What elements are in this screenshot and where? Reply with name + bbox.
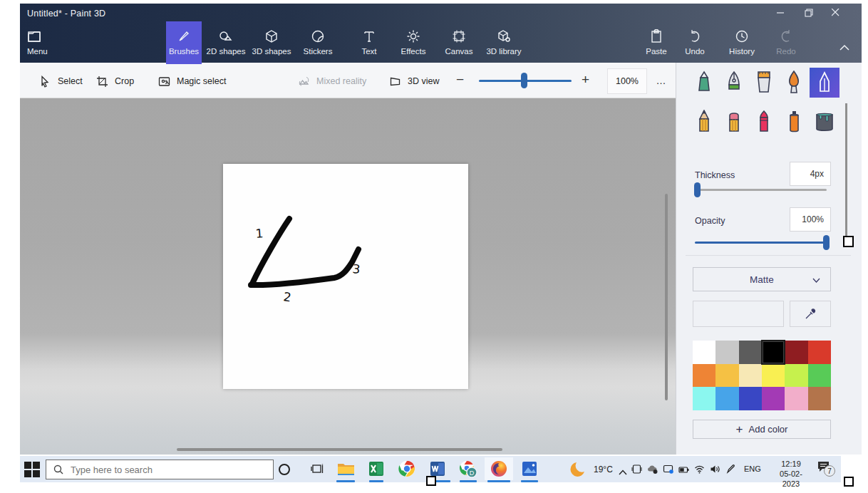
tray-device-button[interactable] — [631, 464, 642, 477]
taskbar-app-file-explorer[interactable] — [331, 457, 360, 480]
color-swatch[interactable] — [693, 364, 715, 388]
thickness-slider-track[interactable] — [695, 189, 827, 191]
tool-eraser[interactable] — [719, 107, 749, 137]
material-dropdown[interactable]: Matte — [693, 267, 831, 291]
weather-button[interactable] — [570, 461, 586, 477]
tab-3d-shapes[interactable]: 3D shapes — [251, 21, 292, 63]
opacity-value[interactable]: 100% — [790, 207, 831, 232]
color-swatch[interactable] — [715, 387, 738, 410]
tool-pixel-pen[interactable] — [810, 68, 839, 98]
zoom-out-button[interactable]: − — [456, 70, 464, 90]
tab-canvas[interactable]: Canvas — [442, 21, 476, 63]
color-swatch[interactable] — [808, 341, 831, 364]
history-button[interactable]: History — [723, 21, 761, 63]
tool-spray-can[interactable] — [779, 107, 809, 137]
canvas-icon — [452, 29, 466, 43]
notification-badge: 7 — [824, 465, 835, 477]
collapse-ribbon-button[interactable] — [834, 39, 855, 55]
color-swatch[interactable] — [693, 387, 715, 410]
close-button[interactable] — [825, 4, 846, 21]
opacity-slider-thumb[interactable] — [823, 235, 830, 250]
close-icon — [832, 9, 839, 16]
color-swatch[interactable] — [715, 341, 738, 364]
zoom-value[interactable]: 100% — [607, 68, 647, 94]
zoom-in-button[interactable]: + — [582, 70, 589, 90]
tool-crayon[interactable] — [749, 107, 779, 137]
restore-button[interactable] — [798, 4, 820, 21]
weather-temp[interactable]: 19°C — [594, 465, 613, 474]
thickness-value[interactable]: 4px — [790, 162, 831, 186]
tool-fill[interactable] — [810, 107, 839, 137]
color-swatch[interactable] — [785, 387, 807, 410]
color-swatch[interactable] — [808, 387, 831, 410]
color-swatch[interactable] — [762, 341, 785, 364]
tool-watercolour[interactable] — [779, 68, 809, 98]
search-input[interactable] — [71, 465, 249, 475]
thickness-slider-thumb[interactable] — [694, 182, 701, 197]
panel-scrollbar[interactable] — [845, 103, 847, 237]
tab-effects[interactable]: Effects — [396, 21, 430, 63]
3d-view-button[interactable]: 3D view — [389, 71, 439, 91]
taskbar-app-excel[interactable] — [362, 457, 391, 480]
color-swatch[interactable] — [762, 387, 785, 410]
color-swatch[interactable] — [739, 387, 762, 410]
taskbar-app-chrome[interactable] — [393, 457, 421, 480]
tray-display-button[interactable] — [663, 464, 673, 477]
paste-button[interactable]: Paste — [640, 21, 673, 63]
chevron-up-icon — [619, 469, 627, 475]
color-swatch[interactable] — [808, 364, 831, 388]
taskbar-app-chrome-profile[interactable]: D — [454, 457, 482, 480]
menu-button[interactable]: Menu — [24, 21, 57, 63]
taskbar-search[interactable] — [46, 460, 274, 479]
color-swatch[interactable] — [715, 364, 738, 388]
tray-expand-button[interactable] — [619, 465, 627, 478]
tool-pencil[interactable] — [689, 107, 719, 137]
tray-volume-button[interactable] — [710, 464, 720, 477]
color-swatch[interactable] — [739, 364, 762, 388]
horizontal-scrollbar[interactable] — [177, 448, 502, 451]
mixed-reality-button[interactable]: Mixed reality — [298, 71, 366, 91]
2d-shapes-icon — [219, 29, 233, 43]
notification-center-button[interactable]: 7 — [817, 461, 836, 478]
tray-battery-button[interactable] — [678, 465, 689, 478]
eyedropper-button[interactable] — [790, 301, 831, 327]
tool-marker[interactable] — [689, 68, 719, 98]
tab-3d-library[interactable]: 3D library — [482, 21, 526, 63]
tab-stickers[interactable]: Stickers — [299, 21, 336, 63]
opacity-slider-track[interactable] — [695, 242, 827, 244]
taskbar-app-firefox[interactable] — [485, 457, 513, 480]
color-swatch[interactable] — [693, 341, 715, 364]
tray-onedrive-button[interactable]: 0 — [647, 464, 658, 477]
tray-wifi-button[interactable] — [694, 464, 705, 477]
select-button[interactable]: Select — [39, 71, 83, 91]
redo-button[interactable]: Redo — [770, 21, 802, 63]
color-swatch[interactable] — [785, 364, 807, 388]
crop-button[interactable]: Crop — [96, 71, 134, 91]
minimize-button[interactable] — [770, 4, 791, 21]
start-button[interactable] — [24, 462, 40, 477]
current-color-box[interactable] — [693, 301, 784, 327]
language-indicator[interactable]: ENG — [744, 465, 761, 473]
drawing-canvas[interactable]: 1 2 3 — [223, 164, 468, 389]
color-swatch[interactable] — [739, 341, 762, 364]
tab-text[interactable]: Text — [355, 21, 383, 63]
magic-select-button[interactable]: Magic select — [158, 71, 226, 91]
tray-pen-button[interactable] — [725, 464, 736, 477]
tool-calligraphy-pen[interactable] — [719, 68, 749, 98]
spray-can-icon — [784, 110, 804, 134]
more-options-button[interactable]: … — [651, 70, 672, 91]
taskbar-clock[interactable]: 12:19 05-02-2023 — [771, 459, 811, 489]
vertical-scrollbar[interactable] — [665, 194, 668, 400]
zoom-slider-thumb[interactable] — [521, 73, 527, 88]
add-color-button[interactable]: + Add color — [693, 420, 831, 439]
restore-icon — [805, 9, 813, 17]
task-view-button[interactable] — [303, 457, 331, 480]
tab-2d-shapes[interactable]: 2D shapes — [205, 21, 247, 63]
color-swatch[interactable] — [785, 341, 807, 364]
tool-oil-brush[interactable] — [749, 68, 779, 98]
color-swatch[interactable] — [762, 364, 785, 388]
undo-button[interactable]: Undo — [678, 21, 711, 63]
tab-brushes[interactable]: Brushes — [166, 21, 202, 63]
cortana-button[interactable] — [278, 463, 291, 476]
taskbar-app-photos[interactable] — [515, 457, 544, 480]
